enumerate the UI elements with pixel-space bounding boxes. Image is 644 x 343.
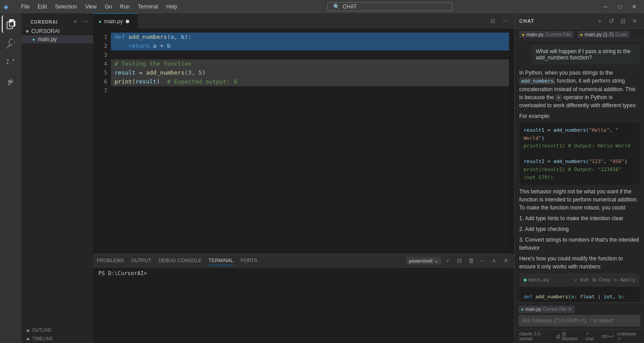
chat-followup-input[interactable]: [522, 318, 637, 324]
split-editor-button[interactable]: ⊟: [487, 16, 498, 26]
user-message: What will happen if I pass a string to t…: [531, 45, 640, 64]
menu-view[interactable]: View: [81, 3, 100, 11]
more-actions-button[interactable]: ⋯: [500, 16, 511, 26]
sidebar-item-main-py[interactable]: ● main.py: [21, 35, 93, 43]
apply-code-button[interactable]: ▷ Apply: [614, 276, 635, 284]
chevron-down-icon-terminal: ⌄: [434, 258, 438, 264]
code-editor[interactable]: 1 2 3 4 5 6 7 def add_numbers(a, b): ret…: [93, 29, 514, 254]
close-chat-button[interactable]: ✕: [630, 16, 640, 26]
context-chip-main-py[interactable]: ● main.py Current File ✕: [518, 305, 575, 313]
chevron-down-icon: ▼: [25, 29, 30, 34]
tab-label: main.py: [104, 18, 123, 25]
add-terminal-button[interactable]: +: [443, 256, 453, 266]
tab-main-py[interactable]: ● main.py: [93, 13, 138, 29]
model-selector[interactable]: claude-3.5-sonnel: [519, 331, 552, 341]
panel-tab-problems[interactable]: PROBLEMS: [97, 256, 124, 265]
code-line-5: result = add_numbers(3, 5): [111, 68, 509, 77]
new-chat-button[interactable]: +: [595, 16, 605, 26]
menu-terminal[interactable]: Terminal: [134, 3, 161, 11]
tab-modified-dot: [126, 20, 129, 23]
python-dot-icon: ●: [522, 32, 525, 37]
search-label: CHAT: [343, 4, 357, 10]
history-button[interactable]: ↺: [606, 16, 616, 26]
terminal-content[interactable]: PS D:\CursorAI>: [93, 268, 514, 343]
context-file-tag-main[interactable]: ● main.py Current File: [519, 31, 574, 38]
panel-tab-output[interactable]: OUTPUT: [131, 256, 151, 265]
split-terminal-button[interactable]: ⊟: [454, 256, 464, 266]
terminal-selector[interactable]: powershell ⌄: [406, 257, 441, 264]
chat-context-chips: ● main.py Current File ✕: [518, 305, 640, 313]
panel-tab-terminal[interactable]: TERMINAL: [208, 256, 233, 265]
activity-explorer[interactable]: [2, 15, 20, 33]
editor-area: ● main.py ⊟ ⋯ 1 2 3 4: [93, 13, 514, 254]
chat-input-area: ● main.py Current File ✕: [515, 302, 644, 329]
maximize-panel-button[interactable]: ∧: [489, 256, 499, 266]
context-code-sublabel: Code: [615, 32, 627, 37]
activity-bar: [0, 13, 21, 343]
powershell-label: powershell: [409, 258, 432, 264]
context-file-name: main.py: [526, 32, 544, 37]
shortcut-label: ctrl+⏎: [601, 334, 613, 339]
timeline-section[interactable]: ▶ TIMELINE: [21, 335, 93, 343]
app-icon: ◈: [4, 3, 8, 10]
kill-terminal-button[interactable]: 🗑: [466, 256, 476, 266]
code-line-6: print(result) # Expected output: 8: [111, 77, 509, 86]
chat-label: ↗ chat: [585, 331, 598, 341]
new-file-button[interactable]: +: [71, 17, 80, 26]
global-search-bar[interactable]: 🔍 CHAT: [327, 2, 453, 11]
chat-messages[interactable]: What will happen if I pass a string to t…: [515, 40, 644, 302]
panel-tab-debug[interactable]: DEBUG CONSOLE: [158, 256, 201, 265]
copy-code-button[interactable]: ⧉ Copy: [593, 276, 611, 284]
code-block-file-label: main.py: [529, 276, 549, 284]
code-line-7: [111, 86, 509, 95]
chat-header: CHAT + ↺ ⊟ ✕: [515, 13, 644, 29]
menu-help[interactable]: Help: [163, 3, 181, 11]
mention-button[interactable]: @ @ Mention: [556, 331, 582, 341]
behavior-note: This behavior might not be what you want…: [519, 188, 640, 212]
activity-extensions[interactable]: [2, 74, 20, 92]
window-controls: ─ □ ✕: [599, 2, 640, 11]
chip-close-icon[interactable]: ✕: [568, 306, 572, 312]
menu-run[interactable]: Run: [116, 3, 133, 11]
chip-icon: ●: [521, 307, 524, 312]
outline-section[interactable]: ▶ OUTLINE: [21, 326, 93, 335]
menu-selection[interactable]: Selection: [51, 3, 80, 11]
code-content[interactable]: def add_numbers(a, b): return a + b # Te…: [111, 29, 509, 254]
panel: PROBLEMS OUTPUT DEBUG CONSOLE TERMINAL P…: [93, 254, 514, 343]
menu-file[interactable]: File: [17, 3, 33, 11]
activity-search[interactable]: [2, 35, 20, 53]
chat-header-actions: + ↺ ⊟ ✕: [595, 16, 640, 26]
inline-code-op: +: [555, 94, 562, 101]
chip-label: main.py: [525, 307, 541, 312]
chat-mode-button[interactable]: ↗ chat: [585, 331, 598, 341]
collapse-sidebar-button[interactable]: ⋯: [80, 17, 89, 26]
python-icon-small: ●: [524, 276, 527, 284]
codebase-button[interactable]: codebase ↗: [617, 331, 640, 341]
activity-source-control[interactable]: [2, 54, 20, 72]
maximize-button[interactable]: □: [614, 2, 626, 11]
menu-bar: File Edit Selection View Go Run Terminal…: [17, 3, 181, 11]
code-line-4: # Testing the function: [111, 59, 509, 68]
code-line-2: return a + b: [111, 42, 509, 50]
minimize-button[interactable]: ─: [599, 2, 612, 11]
panel-tab-ports[interactable]: PORTS: [241, 256, 258, 265]
chat-input-box[interactable]: [518, 315, 640, 326]
sidebar-section-cursorai[interactable]: ▼ CURSORAI: [21, 27, 93, 35]
close-button[interactable]: ✕: [628, 2, 640, 11]
menu-go[interactable]: Go: [101, 3, 115, 11]
search-icon: 🔍: [333, 4, 340, 10]
code-line-1: def add_numbers(a, b):: [111, 33, 509, 42]
python-dot-icon-2: ●: [580, 32, 583, 37]
more-panel-button[interactable]: ⋯: [478, 256, 487, 266]
close-panel-button[interactable]: ✕: [501, 256, 511, 266]
shortcut-text: ctrl+⏎: [601, 334, 613, 339]
menu-edit[interactable]: Edit: [34, 3, 51, 11]
expand-chat-button[interactable]: ⊟: [618, 16, 628, 26]
context-file-sublabel: Current File: [546, 32, 571, 37]
context-code-tag[interactable]: ● main.py (1-7) Code: [577, 31, 630, 38]
ai-response: In Python, when you pass strings to the …: [519, 69, 640, 302]
title-bar: ◈ File Edit Selection View Go Run Termin…: [0, 0, 644, 13]
chip-sublabel: Current File: [543, 307, 566, 312]
ask-code-button[interactable]: ↗ Ask: [574, 276, 589, 284]
code-line-3: [111, 50, 509, 59]
